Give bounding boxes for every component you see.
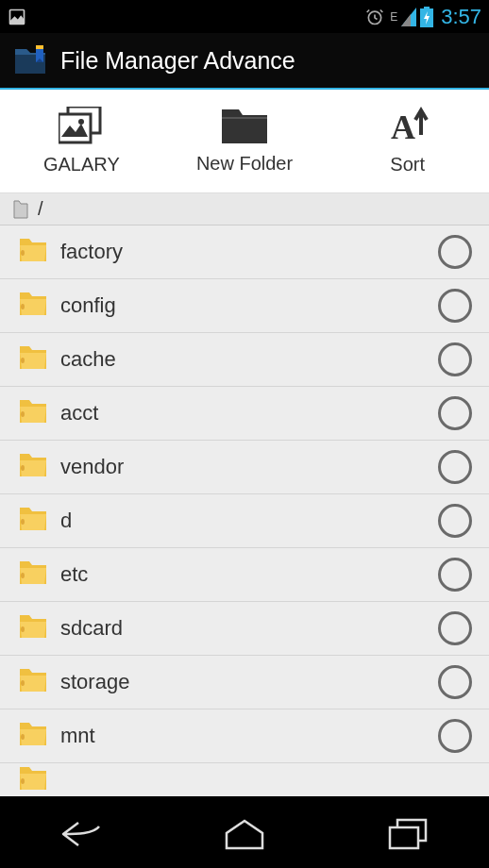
svg-point-13	[21, 358, 25, 363]
file-name: sdcard	[60, 616, 425, 641]
svg-rect-3	[424, 7, 430, 9]
select-radio[interactable]	[438, 396, 472, 430]
app-icon	[11, 42, 49, 79]
app-title: File Manager Advance	[60, 47, 295, 75]
sort-label: Sort	[390, 154, 425, 175]
svg-point-8	[78, 119, 84, 125]
select-radio[interactable]	[438, 342, 472, 376]
svg-point-20	[21, 734, 25, 740]
folder-icon	[19, 507, 47, 535]
svg-point-14	[21, 411, 25, 417]
svg-text:A: A	[391, 108, 415, 144]
folder-icon	[19, 560, 47, 589]
file-row[interactable]: sdcard	[0, 602, 489, 656]
file-name: config	[60, 293, 425, 318]
file-name: factory	[60, 240, 425, 264]
path-bar[interactable]: /	[0, 193, 489, 225]
file-name: cache	[60, 347, 425, 372]
svg-point-12	[21, 304, 25, 309]
file-row[interactable]: acct	[0, 387, 489, 441]
home-button[interactable]	[207, 815, 282, 853]
file-name: mnt	[60, 724, 425, 748]
file-row[interactable]: d	[0, 494, 489, 548]
sort-icon: A	[387, 107, 429, 144]
file-name: d	[60, 509, 425, 533]
gallery-icon	[59, 107, 104, 144]
toolbar: GALARY New Folder A Sort	[0, 90, 489, 193]
file-row[interactable]: cache	[0, 333, 489, 387]
recent-button[interactable]	[370, 815, 446, 853]
battery-icon	[420, 7, 433, 27]
svg-point-19	[21, 680, 25, 686]
network-type: E	[390, 10, 397, 24]
svg-point-21	[21, 778, 25, 784]
status-time: 3:57	[441, 5, 481, 29]
path-folder-icon	[13, 200, 28, 219]
folder-icon	[222, 108, 267, 143]
new-folder-button[interactable]: New Folder	[163, 90, 327, 192]
svg-point-11	[21, 250, 25, 256]
app-bar: File Manager Advance	[0, 33, 489, 90]
file-row[interactable]: storage	[0, 656, 489, 709]
select-radio[interactable]	[438, 504, 472, 538]
folder-icon	[19, 766, 47, 794]
file-row[interactable]: vendor	[0, 441, 489, 494]
svg-rect-22	[390, 827, 418, 848]
svg-point-18	[21, 626, 25, 632]
svg-rect-5	[36, 45, 43, 49]
new-folder-label: New Folder	[196, 153, 293, 175]
folder-icon	[19, 238, 47, 266]
folder-icon	[19, 345, 47, 374]
file-name: acct	[60, 401, 425, 426]
file-name: vendor	[60, 455, 425, 479]
select-radio[interactable]	[438, 611, 472, 645]
file-row[interactable]: factory	[0, 225, 489, 279]
file-row[interactable]	[0, 763, 489, 796]
file-row[interactable]: etc	[0, 548, 489, 602]
picture-icon	[8, 8, 26, 26]
status-bar: E 3:57	[0, 0, 489, 33]
select-radio[interactable]	[438, 665, 472, 699]
select-radio[interactable]	[438, 558, 472, 592]
back-button[interactable]	[43, 815, 119, 853]
folder-icon	[19, 453, 47, 481]
folder-icon	[19, 614, 47, 643]
svg-point-16	[21, 519, 25, 525]
folder-icon	[19, 668, 47, 696]
file-row[interactable]: mnt	[0, 709, 489, 763]
folder-icon	[19, 292, 47, 320]
folder-icon	[19, 399, 47, 427]
svg-point-15	[21, 465, 25, 471]
select-radio[interactable]	[438, 450, 472, 484]
signal-icon	[401, 8, 416, 26]
select-radio[interactable]	[438, 235, 472, 269]
svg-point-17	[21, 573, 25, 578]
alarm-icon	[365, 8, 384, 26]
file-name: etc	[60, 562, 425, 587]
folder-icon	[19, 722, 47, 750]
file-name: storage	[60, 670, 425, 694]
file-list: factory config cache acct vendor d etc	[0, 225, 489, 796]
svg-rect-7	[59, 114, 91, 142]
svg-rect-9	[222, 117, 267, 119]
gallery-button[interactable]: GALARY	[0, 90, 163, 192]
file-row[interactable]: config	[0, 279, 489, 333]
sort-button[interactable]: A Sort	[326, 90, 489, 192]
path-text: /	[38, 198, 43, 220]
gallery-label: GALARY	[43, 154, 120, 175]
nav-bar	[0, 800, 489, 868]
select-radio[interactable]	[438, 719, 472, 753]
select-radio[interactable]	[438, 289, 472, 323]
